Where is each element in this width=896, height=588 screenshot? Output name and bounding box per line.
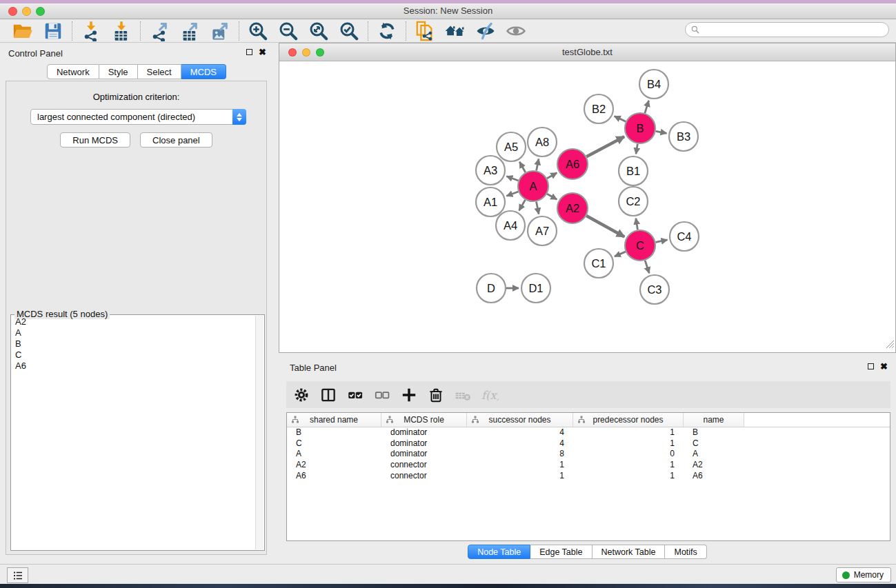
add-row-button[interactable] [400, 386, 418, 404]
column-header-MCDS-role[interactable]: MCDS role [381, 413, 467, 427]
zoom-out-button[interactable] [277, 21, 300, 41]
graph-node-D1[interactable]: D1 [521, 274, 550, 303]
float-panel-icon[interactable] [246, 49, 252, 55]
mcds-result-item[interactable]: A [11, 327, 255, 338]
table-row[interactable]: Adominator80A [287, 449, 890, 460]
close-window-button[interactable] [8, 7, 17, 16]
save-session-button[interactable] [41, 21, 65, 41]
edge-C-C4[interactable] [656, 240, 668, 242]
edge-B-B1[interactable] [636, 144, 637, 154]
table-settings-button[interactable] [292, 386, 310, 404]
run-mcds-button[interactable]: Run MCDS [60, 132, 130, 148]
edge-A6-B[interactable] [586, 136, 624, 156]
graph-node-B3[interactable]: B3 [669, 122, 698, 151]
memory-button[interactable]: Memory [836, 567, 891, 582]
import-table-button[interactable] [110, 21, 133, 41]
criterion-dropdown[interactable]: largest connected component (directed) [30, 109, 246, 125]
network-canvas[interactable]: AA1A2A3A4A5A6A7A8BB1B2B3B4CC1C2C3C4DD1 [279, 61, 895, 352]
edge-A-A5[interactable] [519, 162, 526, 172]
graph-node-A8[interactable]: A8 [528, 128, 557, 156]
network-maximize-button[interactable] [316, 48, 324, 57]
edge-B-B4[interactable] [645, 101, 649, 113]
graph-node-B1[interactable]: B1 [619, 156, 648, 185]
table-close-panel-icon[interactable]: ✖ [880, 363, 888, 370]
close-panel-icon[interactable]: ✖ [259, 48, 266, 56]
search-input[interactable] [703, 25, 888, 34]
graph-node-C[interactable]: C [625, 230, 655, 261]
import-network-button[interactable] [79, 21, 103, 41]
graph-node-D[interactable]: D [477, 274, 506, 303]
edge-A-A7[interactable] [537, 202, 539, 214]
tab-mcds[interactable]: MCDS [181, 64, 226, 79]
graph-node-A4[interactable]: A4 [496, 211, 525, 240]
edge-A-A2[interactable] [547, 194, 557, 199]
network-graph[interactable]: AA1A2A3A4A5A6A7A8BB1B2B3B4CC1C2C3C4DD1 [279, 61, 895, 352]
network-minimize-button[interactable] [302, 48, 310, 57]
table-row[interactable]: Cdominator41C [287, 438, 890, 449]
mcds-result-item[interactable]: C [11, 349, 255, 361]
zoom-in-button[interactable] [246, 21, 270, 41]
minimize-window-button[interactable] [22, 7, 31, 16]
graph-node-A6[interactable]: A6 [557, 149, 588, 179]
open-session-button[interactable] [11, 21, 34, 41]
tab-select[interactable]: Select [138, 64, 181, 79]
graph-node-B2[interactable]: B2 [584, 94, 613, 123]
edge-A-A1[interactable] [506, 192, 518, 196]
edge-B-B2[interactable] [615, 116, 626, 122]
tab-edge-table[interactable]: Edge Table [530, 545, 592, 559]
graph-node-A5[interactable]: A5 [497, 132, 526, 161]
edge-A2-C[interactable] [586, 216, 624, 236]
mcds-result-item[interactable]: A2 [11, 316, 255, 327]
resize-grip-icon[interactable] [886, 339, 895, 352]
graph-node-C3[interactable]: C3 [640, 275, 669, 304]
function-builder-button[interactable]: f(x) [481, 386, 499, 404]
delete-table-button[interactable] [454, 386, 472, 404]
home-view-button[interactable] [444, 21, 467, 41]
deselect-all-rows-button[interactable] [373, 386, 391, 404]
graph-node-C2[interactable]: C2 [619, 187, 648, 216]
zoom-fit-button[interactable] [307, 21, 330, 41]
table-row[interactable]: Bdominator41B [287, 427, 890, 438]
graph-node-C4[interactable]: C4 [670, 222, 699, 251]
export-table-button[interactable] [178, 21, 201, 41]
tab-network-table[interactable]: Network Table [593, 545, 666, 559]
edge-C-C1[interactable] [615, 252, 626, 256]
graph-node-A1[interactable]: A1 [476, 187, 505, 216]
hide-graphics-details-button[interactable] [474, 21, 497, 41]
graph-node-B[interactable]: B [625, 113, 655, 143]
column-header-successor-nodes[interactable]: successor nodes [467, 413, 573, 427]
tab-style[interactable]: Style [99, 64, 138, 79]
apply-layout-refresh-button[interactable] [375, 21, 399, 41]
table-float-panel-icon[interactable] [868, 363, 874, 369]
delete-rows-button[interactable] [427, 386, 445, 404]
show-columns-button[interactable] [319, 386, 337, 404]
table-row[interactable]: A6connector11A6 [287, 471, 890, 482]
maximize-window-button[interactable] [36, 7, 45, 16]
edge-B-B3[interactable] [656, 131, 667, 133]
export-image-button[interactable] [208, 21, 232, 41]
column-header-predecessor-nodes[interactable]: predecessor nodes [573, 413, 684, 427]
close-panel-button[interactable]: Close panel [140, 132, 212, 148]
zoom-selected-button[interactable] [337, 21, 361, 41]
edge-A-A6[interactable] [547, 173, 557, 179]
clone-network-button[interactable] [413, 21, 437, 41]
search-box[interactable] [685, 22, 889, 37]
graph-node-A7[interactable]: A7 [528, 216, 557, 245]
tab-motifs[interactable]: Motifs [665, 545, 706, 559]
tab-network[interactable]: Network [47, 64, 99, 79]
tab-node-table[interactable]: Node Table [468, 545, 530, 559]
show-graphics-details-button[interactable] [504, 21, 528, 41]
edge-C-C2[interactable] [636, 219, 638, 230]
column-header-shared-name[interactable]: shared name [287, 413, 381, 427]
export-network-button[interactable] [148, 21, 171, 41]
graph-node-B4[interactable]: B4 [639, 70, 668, 99]
mcds-result-item[interactable]: A6 [11, 361, 255, 372]
edge-A-A4[interactable] [519, 200, 526, 210]
table-row[interactable]: A2connector11A2 [287, 460, 890, 471]
graph-node-C1[interactable]: C1 [584, 249, 613, 278]
graph-node-A3[interactable]: A3 [476, 156, 505, 185]
edge-C-C3[interactable] [645, 261, 649, 273]
task-history-button[interactable] [7, 567, 28, 583]
edge-A-A8[interactable] [537, 159, 539, 170]
network-close-button[interactable] [288, 48, 297, 57]
